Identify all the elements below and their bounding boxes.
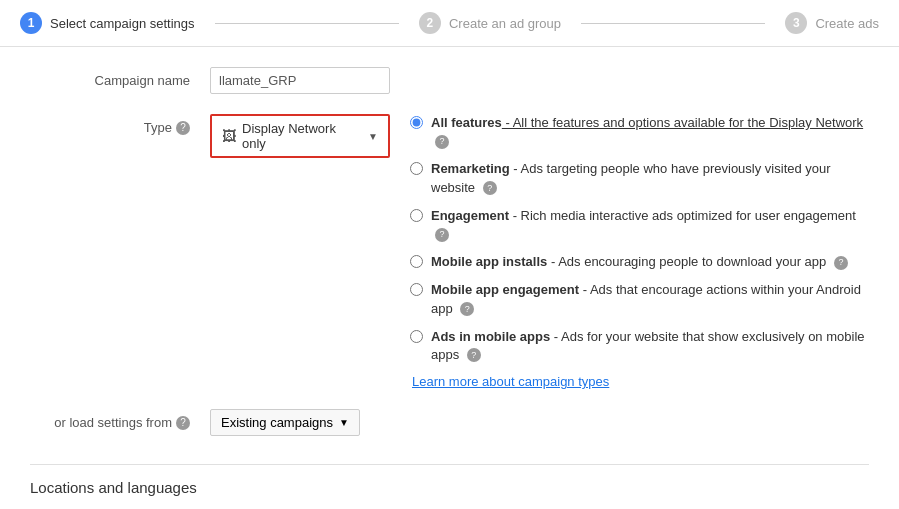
- step-3-label: Create ads: [815, 16, 879, 31]
- existing-campaigns-button[interactable]: Existing campaigns ▼: [210, 409, 360, 436]
- type-chevron-icon: ▼: [368, 131, 378, 142]
- allfeatures-tooltip-icon[interactable]: ?: [435, 135, 449, 149]
- stepper: 1 Select campaign settings 2 Create an a…: [0, 0, 899, 47]
- type-selected-label: Display Network only: [242, 121, 362, 151]
- load-settings-label: or load settings from ?: [30, 415, 190, 430]
- campaign-name-label: Campaign name: [30, 67, 190, 88]
- step-1-circle: 1: [20, 12, 42, 34]
- radio-remarketing[interactable]: [410, 162, 423, 175]
- radio-engagement[interactable]: [410, 209, 423, 222]
- radio-option-allfeatures: All features - All the features and opti…: [410, 114, 869, 150]
- load-settings-row: or load settings from ? Existing campaig…: [30, 409, 869, 436]
- radio-allfeatures[interactable]: [410, 116, 423, 129]
- learn-more-link[interactable]: Learn more about campaign types: [412, 374, 869, 389]
- type-radio-options: All features - All the features and opti…: [410, 114, 869, 389]
- step-2-label: Create an ad group: [449, 16, 561, 31]
- existing-campaigns-label: Existing campaigns: [221, 415, 333, 430]
- type-row: Type ? 🖼 Display Network only ▼ All feat…: [30, 114, 869, 389]
- step-line-1: [215, 23, 399, 24]
- mobileappinstalls-tooltip-icon[interactable]: ?: [834, 256, 848, 270]
- step-3[interactable]: 3 Create ads: [785, 12, 879, 34]
- radio-mobileappengagement[interactable]: [410, 283, 423, 296]
- radio-adsinmobileapps-label: Ads in mobile apps - Ads for your websit…: [431, 328, 869, 364]
- radio-adsinmobileapps[interactable]: [410, 330, 423, 343]
- step-1[interactable]: 1 Select campaign settings: [20, 12, 195, 34]
- campaign-name-input[interactable]: [210, 67, 390, 94]
- step-3-circle: 3: [785, 12, 807, 34]
- locations-section-header: Locations and languages: [30, 464, 869, 496]
- type-dropdown[interactable]: 🖼 Display Network only ▼: [210, 114, 390, 158]
- type-help-icon[interactable]: ?: [176, 121, 190, 135]
- type-field-wrap: 🖼 Display Network only ▼ All features - …: [210, 114, 869, 389]
- radio-engagement-label: Engagement - Rich media interactive ads …: [431, 207, 869, 243]
- step-2-circle: 2: [419, 12, 441, 34]
- radio-option-mobileappinstalls: Mobile app installs - Ads encouraging pe…: [410, 253, 869, 271]
- radio-option-engagement: Engagement - Rich media interactive ads …: [410, 207, 869, 243]
- radio-mobileappinstalls[interactable]: [410, 255, 423, 268]
- radio-allfeatures-label: All features - All the features and opti…: [431, 114, 869, 150]
- step-2[interactable]: 2 Create an ad group: [419, 12, 561, 34]
- type-label: Type ?: [30, 114, 190, 135]
- radio-option-adsinmobileapps: Ads in mobile apps - Ads for your websit…: [410, 328, 869, 364]
- monitor-icon: 🖼: [222, 128, 236, 144]
- radio-option-mobileappengagement: Mobile app engagement - Ads that encoura…: [410, 281, 869, 317]
- campaign-name-row: Campaign name: [30, 67, 869, 94]
- adsinmobileapps-tooltip-icon[interactable]: ?: [467, 348, 481, 362]
- mobileappengagement-tooltip-icon[interactable]: ?: [460, 302, 474, 316]
- load-settings-help-icon[interactable]: ?: [176, 416, 190, 430]
- existing-campaigns-chevron-icon: ▼: [339, 417, 349, 428]
- main-content: Campaign name Type ? 🖼 Display Network o…: [0, 47, 899, 509]
- radio-mobileappinstalls-label: Mobile app installs - Ads encouraging pe…: [431, 253, 848, 271]
- radio-option-remarketing: Remarketing - Ads targeting people who h…: [410, 160, 869, 196]
- engagement-tooltip-icon[interactable]: ?: [435, 228, 449, 242]
- step-1-label: Select campaign settings: [50, 16, 195, 31]
- radio-remarketing-label: Remarketing - Ads targeting people who h…: [431, 160, 869, 196]
- remarketing-tooltip-icon[interactable]: ?: [483, 181, 497, 195]
- radio-mobileappengagement-label: Mobile app engagement - Ads that encoura…: [431, 281, 869, 317]
- campaign-name-field-wrap: [210, 67, 869, 94]
- step-line-2: [581, 23, 765, 24]
